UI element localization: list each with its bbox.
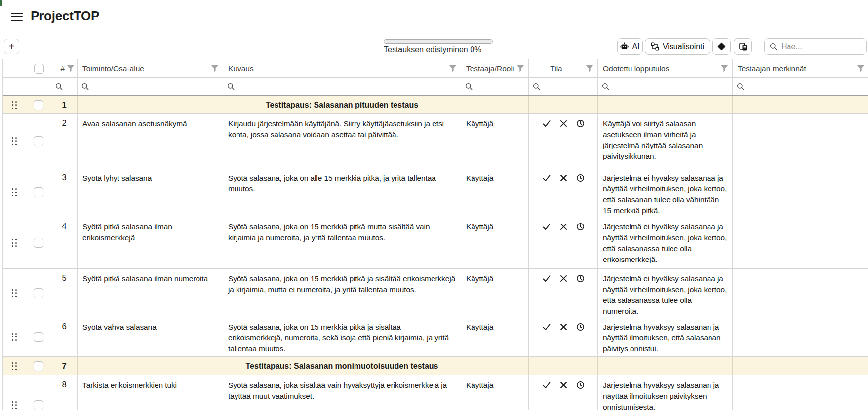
toiminto-cell[interactable]: Tarkista erikoismerkkien tuki xyxy=(78,375,223,410)
drag-handle-icon[interactable] xyxy=(12,401,17,409)
status-pending-button[interactable] xyxy=(576,274,585,317)
row-checkbox[interactable] xyxy=(34,136,43,146)
status-pass-button[interactable] xyxy=(542,119,551,168)
filter-input-kuvaus[interactable] xyxy=(223,78,461,95)
kuvaus-cell[interactable]: Syötä salasana, joka on 15 merkkiä pitkä… xyxy=(223,217,461,268)
merkinnat-cell[interactable] xyxy=(733,375,868,410)
status-pass-button[interactable] xyxy=(542,223,551,268)
merkinnat-cell[interactable] xyxy=(733,269,868,317)
testaaja-cell[interactable]: Käyttäjä xyxy=(461,269,529,317)
odotettu-cell[interactable]: Järjestelmä ei hyväksy salasanaa ja näyt… xyxy=(598,217,733,268)
header-tila[interactable]: Tila xyxy=(529,59,598,77)
search-input[interactable] xyxy=(781,42,855,51)
testaaja-cell[interactable]: Käyttäjä xyxy=(461,317,529,356)
status-pass-button[interactable] xyxy=(542,381,551,410)
merkinnat-cell[interactable] xyxy=(733,317,868,356)
filter-input-testaaja[interactable] xyxy=(461,78,529,95)
status-fail-button[interactable] xyxy=(559,323,568,356)
global-search[interactable] xyxy=(764,38,867,55)
merkinnat-cell[interactable] xyxy=(733,168,868,217)
odotettu-cell[interactable]: Järjestelmä hyväksyy salasanan ja näyttä… xyxy=(598,375,733,410)
row-checkbox[interactable] xyxy=(34,361,43,371)
merkinnat-cell[interactable] xyxy=(733,114,868,168)
filter-funnel-icon[interactable] xyxy=(516,65,524,73)
row-checkbox[interactable] xyxy=(34,332,43,342)
select-all-checkbox[interactable] xyxy=(34,64,44,74)
kuvaus-cell[interactable]: Syötä salasana, joka on alle 15 merkkiä … xyxy=(223,168,461,217)
filter-funnel-icon[interactable] xyxy=(67,65,75,73)
testaaja-cell[interactable]: Käyttäjä xyxy=(461,217,529,268)
header-odotettu[interactable]: Odotettu lopputulos xyxy=(598,59,733,77)
row-checkbox[interactable] xyxy=(34,288,43,298)
row-checkbox[interactable] xyxy=(34,400,43,410)
header-number[interactable]: # xyxy=(51,59,78,77)
add-row-button[interactable]: + xyxy=(4,39,19,54)
status-pass-button[interactable] xyxy=(542,323,551,356)
drag-handle-icon[interactable] xyxy=(12,101,17,109)
status-pending-button[interactable] xyxy=(576,223,585,268)
testaaja-cell[interactable]: Käyttäjä xyxy=(461,114,529,168)
drag-handle-icon[interactable] xyxy=(12,362,17,370)
status-fail-button[interactable] xyxy=(559,274,568,317)
visualize-button[interactable]: Visualisointi xyxy=(645,38,710,55)
status-pass-button[interactable] xyxy=(542,174,551,217)
testaaja-cell[interactable]: Käyttäjä xyxy=(461,168,529,217)
test-case-row[interactable]: 2 Avaa salasanan asetusnäkymä Kirjaudu j… xyxy=(3,114,868,168)
toiminto-cell[interactable]: Syötä lyhyt salasana xyxy=(78,168,223,217)
row-checkbox[interactable] xyxy=(34,187,43,197)
toiminto-cell[interactable]: Syötä pitkä salasana ilman erikoismerkke… xyxy=(78,217,223,268)
header-merkinnat[interactable]: Testaajan merkinnät xyxy=(733,59,868,77)
filter-input-number[interactable] xyxy=(51,78,78,95)
filter-funnel-icon[interactable] xyxy=(857,65,865,73)
merkinnat-cell[interactable] xyxy=(733,217,868,268)
odotettu-cell[interactable]: Järjestelmä hyväksyy salasanan ja näyttä… xyxy=(598,317,733,356)
odotettu-cell[interactable]: Järjestelmä ei hyväksy salasanaa ja näyt… xyxy=(598,168,733,217)
kuvaus-cell[interactable]: Kirjaudu järjestelmään käyttäjänä. Siirr… xyxy=(223,114,461,168)
status-fail-button[interactable] xyxy=(559,381,568,410)
drag-handle-icon[interactable] xyxy=(12,333,17,341)
toiminto-cell[interactable]: Syötä pitkä salasana ilman numeroita xyxy=(78,269,223,317)
odotettu-cell[interactable]: Käyttäjä voi siirtyä salaasan asetukseen… xyxy=(598,114,733,168)
header-testaaja[interactable]: Testaaja/Rooli xyxy=(461,59,529,77)
status-pending-button[interactable] xyxy=(576,323,585,356)
hamburger-menu-icon[interactable] xyxy=(11,13,23,22)
section-row[interactable]: 7 Testitapaus: Salasanan monimuotoisuude… xyxy=(3,357,868,375)
eraser-button[interactable] xyxy=(712,38,731,55)
test-case-row[interactable]: 5 Syötä pitkä salasana ilman numeroita S… xyxy=(3,269,868,317)
toiminto-cell[interactable]: Avaa salasanan asetusnäkymä xyxy=(78,114,223,168)
filter-funnel-icon[interactable] xyxy=(449,65,457,73)
status-pass-button[interactable] xyxy=(542,274,551,317)
status-fail-button[interactable] xyxy=(559,119,568,168)
toiminto-cell[interactable]: Syötä vahva salasana xyxy=(78,317,223,356)
status-fail-button[interactable] xyxy=(559,223,568,268)
filter-input-toiminto[interactable] xyxy=(78,78,223,95)
filter-funnel-icon[interactable] xyxy=(586,65,593,73)
filter-funnel-icon[interactable] xyxy=(720,65,728,73)
status-fail-button[interactable] xyxy=(559,174,568,217)
test-case-row[interactable]: 6 Syötä vahva salasana Syötä salasana, j… xyxy=(3,317,868,357)
row-checkbox[interactable] xyxy=(34,238,43,248)
status-pending-button[interactable] xyxy=(576,174,585,217)
duplicate-button[interactable] xyxy=(734,38,752,55)
status-pending-button[interactable] xyxy=(576,119,585,168)
header-toiminto[interactable]: Toiminto/Osa-alue xyxy=(78,59,223,77)
filter-input-odotettu[interactable] xyxy=(598,78,733,95)
header-kuvaus[interactable]: Kuvaus xyxy=(223,59,461,77)
test-case-row[interactable]: 4 Syötä pitkä salasana ilman erikoismerk… xyxy=(3,217,868,269)
status-pending-button[interactable] xyxy=(576,381,585,410)
filter-funnel-icon[interactable] xyxy=(211,65,219,73)
section-row[interactable]: 1 Testitapaus: Salasanan pituuden testau… xyxy=(3,96,868,114)
drag-handle-icon[interactable] xyxy=(12,289,17,297)
testaaja-cell[interactable]: Käyttäjä xyxy=(461,375,529,410)
drag-handle-icon[interactable] xyxy=(12,188,17,196)
filter-input-merkinnat[interactable] xyxy=(733,78,868,95)
drag-handle-icon[interactable] xyxy=(12,239,17,247)
filter-input-tila[interactable] xyxy=(529,78,598,95)
test-case-row[interactable]: 8 Tarkista erikoismerkkien tuki Syötä sa… xyxy=(3,375,868,410)
drag-handle-icon[interactable] xyxy=(12,137,17,145)
kuvaus-cell[interactable]: Syötä salasana, joka sisältää vain hyväk… xyxy=(223,375,461,410)
kuvaus-cell[interactable]: Syötä salasana, joka on 15 merkkiä pitkä… xyxy=(223,317,461,356)
row-checkbox[interactable] xyxy=(34,100,43,110)
test-case-row[interactable]: 3 Syötä lyhyt salasana Syötä salasana, j… xyxy=(3,168,868,217)
ai-button[interactable]: AI xyxy=(617,38,643,55)
